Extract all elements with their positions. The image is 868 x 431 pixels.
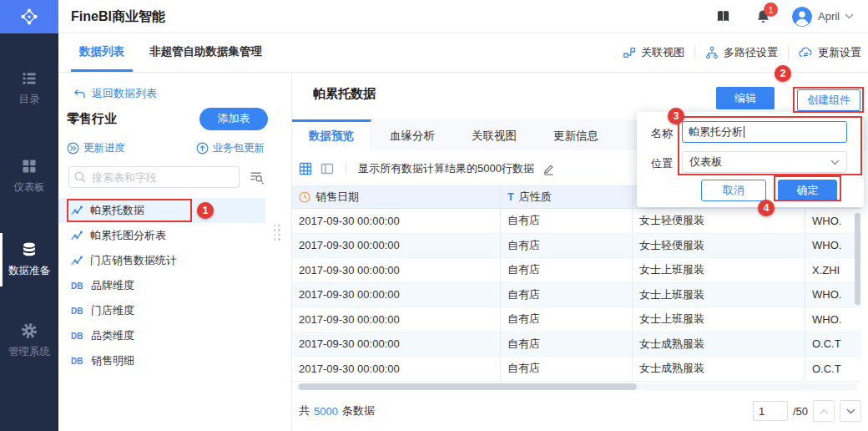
package-update-label: 业务包更新 — [213, 141, 265, 155]
list-item-brand-dimension[interactable]: DB 品牌维度 — [58, 273, 265, 298]
sidenav-item-admin-system[interactable]: 管理系统 — [0, 322, 58, 359]
column-view-icon[interactable] — [320, 162, 334, 175]
tab-linked-view[interactable]: 关联视图 — [453, 119, 535, 150]
line-chart-icon — [71, 255, 83, 266]
sidenav-item-data-preparation[interactable]: 数据准备 — [0, 241, 58, 278]
user-menu-chevron-icon[interactable] — [845, 13, 854, 19]
line-chart-icon — [71, 205, 83, 216]
table-cell: 女士上班服装 — [633, 283, 805, 307]
tool-label: 更新设置 — [818, 45, 861, 60]
sidenav-item-dashboard[interactable]: 仪表板 — [0, 158, 58, 195]
help-book-icon[interactable] — [715, 9, 731, 23]
update-row: 更新进度 业务包更新 — [67, 141, 265, 155]
table-cell: 女士轻便服装 — [633, 234, 805, 258]
topbar-right: 1 April — [715, 0, 854, 33]
update-settings-button[interactable]: 更新设置 — [799, 45, 861, 60]
table-cell: 自有店 — [501, 332, 633, 357]
create-component-button[interactable]: 创建组件 — [797, 89, 860, 111]
grid-view-icon[interactable] — [299, 162, 312, 175]
back-to-data-list-link[interactable]: 返回数据列表 — [73, 86, 157, 101]
list-item-sales-detail[interactable]: DB 销售明细 — [58, 348, 265, 373]
multipath-settings-button[interactable]: 多路径设置 — [705, 45, 778, 60]
tab-update-info[interactable]: 更新信息 — [535, 119, 617, 150]
list-item-store-sales-stats[interactable]: 门店销售数据统计 — [58, 248, 265, 273]
previous-page-button[interactable] — [813, 400, 835, 422]
confirm-button[interactable]: 确定 — [778, 180, 837, 201]
db-table-icon: DB — [71, 332, 83, 341]
table-cell: 自有店 — [501, 258, 633, 282]
data-preview-table: 销售日期 T 店性质 2017-09-30 00:00:00 自有店 女士轻便服… — [292, 185, 861, 382]
component-name-input[interactable]: 帕累托分析 — [682, 121, 847, 143]
cancel-button[interactable]: 取消 — [701, 180, 766, 201]
tool-label: 多路径设置 — [724, 45, 778, 60]
vertical-scrollbar[interactable] — [855, 211, 860, 382]
linked-view-icon — [623, 46, 636, 59]
dashboard-grid-icon — [21, 158, 38, 175]
tab-non-admin-dataset-management[interactable]: 非超管自助数据集管理 — [141, 33, 270, 72]
search-box[interactable] — [68, 166, 240, 188]
edit-button[interactable]: 编辑 — [716, 87, 775, 109]
back-label: 返回数据列表 — [92, 86, 157, 101]
table-cell: 自有店 — [501, 283, 633, 307]
linked-view-button[interactable]: 关联视图 — [623, 45, 684, 60]
panel-resize-handle[interactable] — [272, 223, 282, 241]
page-number-input[interactable] — [753, 401, 788, 421]
advanced-search-icon[interactable] — [250, 170, 265, 185]
tab-data-preview[interactable]: 数据预览 — [292, 119, 371, 150]
table-cell: 2017-09-30 00:00:00 — [292, 283, 501, 307]
notifications-bell-icon[interactable]: 1 — [756, 9, 770, 23]
list-item-pareto-data[interactable]: 帕累托数据 — [58, 198, 265, 223]
horizontal-scrollbar-thumb[interactable] — [299, 383, 637, 390]
edit-note-pencil-icon[interactable] — [542, 163, 555, 175]
table-cell: 自有店 — [501, 209, 633, 233]
table-cell: 女士成熟服装 — [633, 332, 805, 357]
add-table-button[interactable]: 添加表 — [199, 108, 268, 130]
search-row — [68, 166, 265, 188]
text-type-icon: T — [507, 191, 514, 203]
next-page-button[interactable] — [840, 400, 861, 422]
component-name-value: 帕累托分析 — [689, 124, 743, 139]
clock-icon — [299, 191, 310, 203]
tab-data-list[interactable]: 数据列表 — [71, 33, 133, 72]
list-item-category-dimension[interactable]: DB 品类维度 — [58, 323, 265, 348]
diamond-network-icon — [18, 6, 40, 28]
update-progress-link[interactable]: 更新进度 — [67, 141, 125, 155]
tabbar-tools: 关联视图 多路径设置 更新设置 — [623, 33, 861, 72]
chevron-down-icon — [846, 408, 855, 414]
table-cell: WHO. — [805, 283, 861, 307]
divider — [694, 46, 695, 59]
table-cell: WHO. — [805, 209, 861, 233]
user-name: April — [818, 10, 840, 23]
tab-lineage-analysis[interactable]: 血缘分析 — [371, 119, 453, 150]
sidenav-label: 目录 — [19, 93, 40, 107]
total-prefix: 共 — [299, 403, 310, 418]
db-table-icon: DB — [71, 307, 83, 316]
horizontal-scrollbar[interactable] — [296, 383, 857, 390]
list-item-label: 品牌维度 — [91, 278, 134, 293]
vertical-scrollbar-thumb[interactable] — [855, 213, 860, 305]
search-input[interactable] — [90, 170, 223, 185]
package-update-link[interactable]: 业务包更新 — [196, 141, 265, 155]
list-item-pareto-analysis-table[interactable]: 帕累托图分析表 — [58, 223, 265, 248]
table-cell: 女士上班服装 — [633, 258, 805, 282]
upload-circle-icon — [196, 142, 209, 155]
finebi-logo[interactable] — [0, 0, 58, 33]
column-header-store-type[interactable]: T 店性质 — [501, 186, 633, 208]
search-icon — [74, 171, 86, 183]
sidenav-item-catalog[interactable]: 目录 — [0, 70, 58, 107]
divider — [346, 163, 346, 175]
table-cell: 自有店 — [501, 357, 633, 381]
table-cell: 2017-09-30 00:00:00 — [292, 332, 501, 357]
text-cursor — [744, 126, 744, 138]
divider — [788, 46, 789, 59]
tab-label: 非超管自助数据集管理 — [149, 44, 262, 59]
user-avatar[interactable] — [792, 7, 812, 27]
update-progress-label: 更新进度 — [83, 141, 125, 155]
table-footer: 共 5000 条数据 /50 — [299, 398, 861, 423]
location-select[interactable]: 仪表板 — [682, 151, 847, 173]
catalog-list-icon — [21, 70, 38, 87]
list-item-store-dimension[interactable]: DB 门店维度 — [58, 298, 265, 323]
package-row: 零售行业 添加表 — [67, 107, 268, 130]
chevron-up-icon — [820, 408, 829, 414]
column-header-sale-date[interactable]: 销售日期 — [292, 186, 501, 208]
